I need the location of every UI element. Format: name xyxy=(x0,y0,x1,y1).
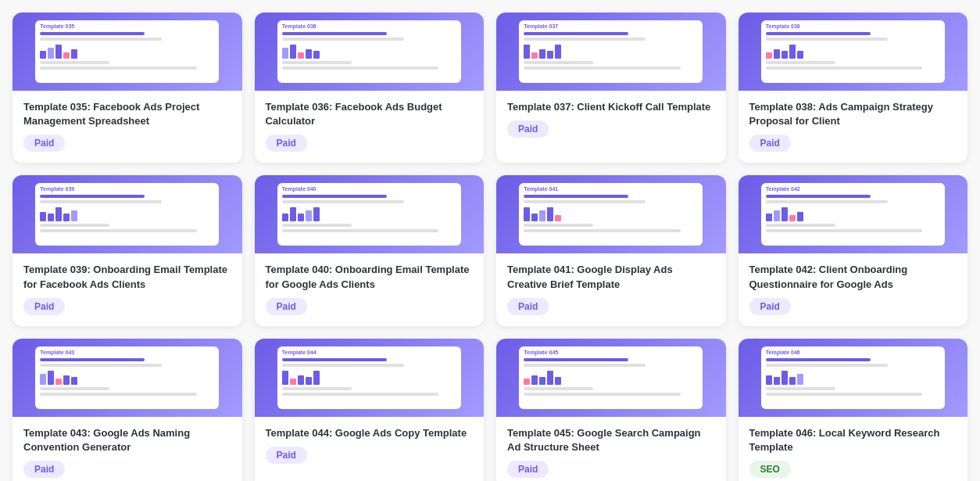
card-body: Template 037: Client Kickoff Call Templa… xyxy=(496,91,726,163)
template-card[interactable]: Template 041Template 041: Google Display… xyxy=(496,175,726,325)
card-thumbnail: Template 046 xyxy=(739,339,968,417)
card-body: Template 046: Local Keyword Research Tem… xyxy=(739,417,968,481)
card-thumbnail: Template 042 xyxy=(739,175,968,253)
card-title: Template 041: Google Display Ads Creativ… xyxy=(507,263,715,291)
card-title: Template 039: Onboarding Email Template … xyxy=(23,263,231,291)
template-card[interactable]: Template 035Template 035: Facebook Ads P… xyxy=(13,13,242,163)
card-body: Template 041: Google Display Ads Creativ… xyxy=(496,253,726,325)
card-thumbnail: Template 044 xyxy=(255,339,485,417)
card-thumbnail: Template 035 xyxy=(13,13,242,91)
card-body: Template 036: Facebook Ads Budget Calcul… xyxy=(255,91,485,163)
card-title: Template 046: Local Keyword Research Tem… xyxy=(749,426,957,454)
card-title: Template 043: Google Ads Naming Conventi… xyxy=(23,426,231,454)
card-badge[interactable]: Paid xyxy=(749,298,791,315)
template-card[interactable]: Template 042Template 042: Client Onboard… xyxy=(739,175,968,325)
card-badge[interactable]: SEO xyxy=(749,461,791,478)
card-title: Template 035: Facebook Ads Project Manag… xyxy=(23,100,231,128)
card-badge[interactable]: Paid xyxy=(23,298,65,315)
template-card[interactable]: Template 037Template 037: Client Kickoff… xyxy=(496,13,726,163)
card-title: Template 045: Google Search Campaign Ad … xyxy=(507,426,715,454)
card-badge[interactable]: Paid xyxy=(507,120,549,138)
template-card[interactable]: Template 044Template 044: Google Ads Cop… xyxy=(255,339,485,481)
card-body: Template 035: Facebook Ads Project Manag… xyxy=(13,91,242,163)
card-title: Template 044: Google Ads Copy Template xyxy=(266,426,474,440)
template-card[interactable]: Template 046Template 046: Local Keyword … xyxy=(739,339,968,481)
template-card[interactable]: Template 039Template 039: Onboarding Ema… xyxy=(13,175,242,325)
card-thumbnail: Template 040 xyxy=(255,175,485,253)
card-thumbnail: Template 038 xyxy=(739,13,968,91)
card-thumbnail: Template 037 xyxy=(496,13,726,91)
template-card[interactable]: Template 043Template 043: Google Ads Nam… xyxy=(13,339,242,481)
card-title: Template 042: Client Onboarding Question… xyxy=(749,263,957,291)
card-badge[interactable]: Paid xyxy=(266,298,307,315)
template-grid: Template 035Template 035: Facebook Ads P… xyxy=(13,13,967,481)
card-thumbnail: Template 039 xyxy=(13,175,242,253)
card-body: Template 044: Google Ads Copy TemplatePa… xyxy=(255,417,485,481)
card-title: Template 036: Facebook Ads Budget Calcul… xyxy=(266,100,474,128)
card-title: Template 040: Onboarding Email Template … xyxy=(266,263,474,291)
card-badge[interactable]: Paid xyxy=(266,135,307,152)
card-badge[interactable]: Paid xyxy=(749,135,791,152)
card-thumbnail: Template 043 xyxy=(13,339,242,417)
card-body: Template 042: Client Onboarding Question… xyxy=(739,253,968,325)
card-title: Template 038: Ads Campaign Strategy Prop… xyxy=(749,100,957,128)
card-badge[interactable]: Paid xyxy=(507,461,549,478)
card-badge[interactable]: Paid xyxy=(23,461,65,478)
card-body: Template 038: Ads Campaign Strategy Prop… xyxy=(739,91,968,163)
template-card[interactable]: Template 036Template 036: Facebook Ads B… xyxy=(255,13,485,163)
template-card[interactable]: Template 040Template 040: Onboarding Ema… xyxy=(255,175,485,325)
card-body: Template 039: Onboarding Email Template … xyxy=(13,253,242,325)
card-body: Template 045: Google Search Campaign Ad … xyxy=(496,417,726,481)
card-thumbnail: Template 036 xyxy=(255,13,485,91)
card-thumbnail: Template 041 xyxy=(496,175,726,253)
card-body: Template 040: Onboarding Email Template … xyxy=(255,253,485,325)
template-card[interactable]: Template 038Template 038: Ads Campaign S… xyxy=(739,13,968,163)
card-badge[interactable]: Paid xyxy=(266,447,307,464)
card-thumbnail: Template 045 xyxy=(496,339,726,417)
card-title: Template 037: Client Kickoff Call Templa… xyxy=(507,100,715,114)
card-badge[interactable]: Paid xyxy=(23,135,65,152)
card-badge[interactable]: Paid xyxy=(507,298,549,315)
card-body: Template 043: Google Ads Naming Conventi… xyxy=(13,417,242,481)
template-card[interactable]: Template 045Template 045: Google Search … xyxy=(496,339,726,481)
